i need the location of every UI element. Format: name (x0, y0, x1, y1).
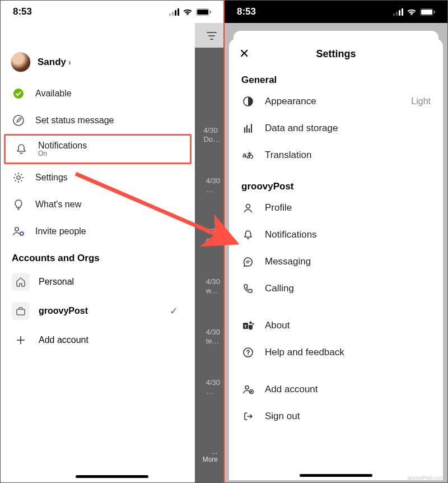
translation-row[interactable]: aあ Translation (229, 142, 443, 169)
messaging-row[interactable]: Messaging (229, 248, 443, 275)
lightbulb-icon (12, 198, 25, 211)
setting-label: Translation (265, 150, 311, 161)
svg-point-16 (249, 322, 252, 324)
chat-icon (241, 255, 255, 268)
cellular-icon (169, 8, 179, 16)
setting-label: Profile (265, 202, 292, 213)
status-time: 8:53 (237, 6, 256, 17)
notifications-row[interactable]: Notifications (229, 221, 443, 248)
translation-icon: aあ (241, 148, 255, 162)
setting-label: Help and feedback (265, 347, 344, 358)
chat-list-backdrop: 4/30Do… 4/30… 4/30o… 4/30w… 4/30te… 4/30… (194, 23, 223, 483)
profile-name: Sandy (38, 57, 66, 68)
edit-status-icon (12, 114, 25, 127)
menu-label: Settings (35, 173, 68, 183)
chat-preview: w… (206, 286, 218, 295)
status-indicators (393, 8, 435, 16)
chat-date: 4/30 (203, 126, 217, 134)
presence-available-icon (12, 87, 25, 100)
chat-preview: Do… (203, 135, 220, 143)
home-icon (12, 273, 30, 291)
home-indicator (300, 474, 372, 477)
help-icon (241, 346, 255, 359)
cellular-icon (393, 8, 403, 16)
wifi-icon (183, 8, 193, 16)
general-header: General (229, 69, 443, 88)
invite-people-menu-item[interactable]: Invite people (1, 218, 195, 245)
setting-label: About (265, 320, 290, 331)
person-icon (241, 201, 255, 215)
about-row[interactable]: T About (229, 312, 443, 339)
profile-row[interactable]: Sandy › (1, 48, 195, 80)
setting-label: Add account (265, 384, 318, 395)
settings-sheet: ✕ Settings General Appearance Light Data… (229, 39, 443, 480)
sign-out-icon (241, 410, 255, 423)
chat-date: 4/30 (206, 277, 220, 286)
setting-label: Messaging (265, 256, 311, 267)
bell-icon (241, 228, 255, 242)
battery-icon (196, 8, 211, 16)
screenshot-divider (223, 0, 225, 483)
sign-out-row[interactable]: Sign out (229, 403, 443, 430)
settings-title: Settings (316, 48, 356, 60)
svg-point-4 (13, 115, 24, 126)
bell-icon (15, 142, 28, 156)
settings-menu-item[interactable]: Settings (1, 164, 195, 191)
help-row[interactable]: Help and feedback (229, 339, 443, 366)
left-phone: 8:53 4/30Do… 4/30… 4/30o… 4/30w… 4/30te…… (0, 0, 224, 483)
svg-point-20 (245, 386, 249, 389)
add-account-row[interactable]: Add account (229, 376, 443, 403)
menu-sublabel: On (38, 150, 87, 157)
more-tab[interactable]: … More (203, 448, 218, 463)
set-status-message[interactable]: Set status message (1, 107, 195, 134)
setting-label: Notifications (265, 229, 317, 240)
calling-row[interactable]: Calling (229, 275, 443, 302)
status-available[interactable]: Available (1, 80, 195, 107)
data-bars-icon (241, 122, 255, 135)
wifi-icon (407, 8, 417, 16)
teams-icon: T (241, 319, 255, 332)
chat-date: 4/30 (206, 378, 220, 387)
svg-point-19 (248, 354, 249, 355)
person-plus-icon (241, 383, 255, 396)
invite-people-icon (12, 225, 25, 238)
setting-label: Data and storage (265, 123, 338, 134)
svg-rect-11 (434, 11, 435, 13)
appearance-row[interactable]: Appearance Light (229, 88, 443, 115)
home-indicator (76, 475, 148, 478)
add-account[interactable]: Add account (1, 326, 195, 355)
status-bar: 8:53 (1, 1, 223, 23)
status-time: 8:53 (13, 6, 32, 17)
svg-point-13 (246, 205, 250, 208)
account-label: groovyPost (39, 306, 88, 316)
svg-rect-2 (210, 11, 211, 13)
svg-rect-10 (421, 10, 432, 15)
half-circle-icon (241, 95, 255, 108)
status-bar: 8:53 (225, 1, 447, 23)
checkmark-icon: ✓ (170, 305, 184, 317)
filter-icon[interactable] (206, 30, 218, 42)
avatar (11, 52, 31, 72)
account-org[interactable]: groovyPost ✓ (1, 296, 195, 326)
phone-icon (241, 282, 255, 295)
svg-text:T: T (244, 324, 247, 329)
notifications-menu-item[interactable]: Notifications On (4, 134, 192, 164)
data-storage-row[interactable]: Data and storage (229, 115, 443, 142)
svg-rect-1 (197, 10, 208, 15)
status-indicators (169, 8, 211, 16)
chat-date: 4/30 (206, 177, 220, 185)
account-personal[interactable]: Personal (1, 267, 195, 296)
plus-icon (12, 331, 30, 349)
org-header: groovyPost (229, 169, 443, 194)
setting-label: Calling (265, 283, 294, 294)
svg-point-6 (15, 227, 18, 231)
setting-label: Appearance (265, 96, 316, 107)
profile-drawer: Sandy › Available Set status message (1, 23, 195, 482)
chevron-right-icon: › (68, 58, 71, 67)
gear-icon (12, 171, 25, 184)
whats-new-menu-item[interactable]: What's new (1, 191, 195, 218)
profile-row[interactable]: Profile (229, 194, 443, 221)
right-phone: 8:53 ✕ Settings General A (224, 0, 448, 483)
close-icon[interactable]: ✕ (239, 47, 249, 61)
account-label: Personal (39, 277, 74, 287)
